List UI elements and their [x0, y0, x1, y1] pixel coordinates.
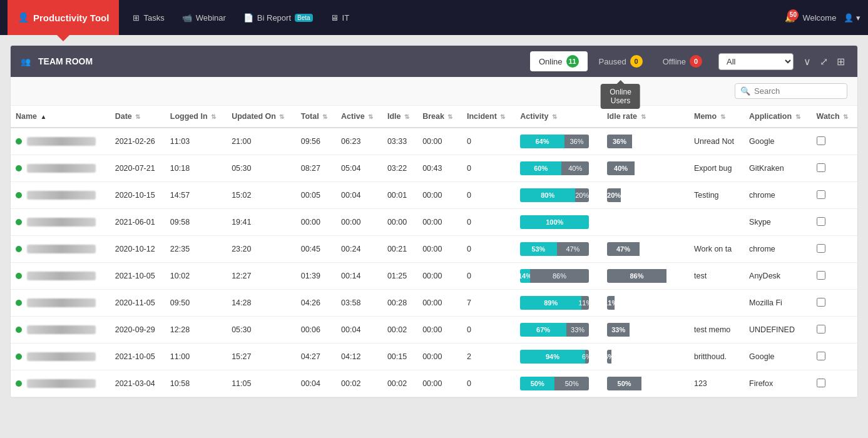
idle-rate-bar: 20%: [607, 188, 676, 202]
active-bar: 100%: [520, 215, 589, 229]
watch-cell[interactable]: [812, 290, 857, 317]
watch-checkbox[interactable]: [817, 352, 825, 360]
name-cell: [16, 191, 105, 200]
table-scroll[interactable]: Name ▲ Date ⇅ Logged In ⇅: [11, 106, 857, 397]
watch-checkbox[interactable]: [817, 136, 825, 145]
name-cell: [16, 298, 105, 307]
idle-rate-cell: 20%: [602, 182, 689, 209]
watch-checkbox[interactable]: [817, 244, 825, 253]
watch-cell[interactable]: [812, 263, 857, 290]
activity-bar: 53% 47%: [520, 242, 589, 256]
team-room-panel: 👥 TEAM ROOM Online 11 Online Users Pause…: [10, 45, 858, 398]
application-cell: Google: [744, 128, 812, 155]
col-name[interactable]: Name ▲: [11, 106, 110, 128]
grid-view-icon[interactable]: ⊞: [834, 53, 847, 70]
filter-dropdown[interactable]: All: [718, 53, 794, 70]
user-name: [27, 272, 96, 280]
team-room-header: 👥 TEAM ROOM Online 11 Online Users Pause…: [11, 46, 857, 77]
paused-count: 0: [630, 55, 643, 68]
watch-checkbox[interactable]: [817, 190, 825, 199]
table-header-row: Name ▲ Date ⇅ Logged In ⇅: [11, 106, 857, 128]
watch-checkbox[interactable]: [817, 271, 825, 280]
navbar: 👤 Productivity Tool ⊞ Tasks 📹 Webinar 📄 …: [0, 0, 868, 35]
activity-bar: 67% 33%: [520, 323, 589, 337]
watch-checkbox[interactable]: [817, 163, 825, 172]
welcome-text: Welcome: [802, 13, 836, 23]
idle-bar: 6%: [585, 350, 590, 364]
activity-cell: 89% 11%: [515, 290, 602, 317]
user-menu-icon[interactable]: 👤 ▾: [844, 13, 860, 23]
col-activity[interactable]: Activity ⇅: [515, 106, 602, 128]
tab-online[interactable]: Online 11: [530, 51, 588, 71]
watch-cell[interactable]: [812, 182, 857, 209]
search-input[interactable]: [754, 86, 842, 96]
status-dot: [16, 380, 22, 387]
idle-rate-bar: 40%: [607, 161, 676, 175]
col-logged-in[interactable]: Logged In ⇅: [165, 106, 227, 128]
table-row: 2020-10-1222:3523:2000:4500:2400:2100:00…: [11, 236, 857, 263]
user-name: [27, 352, 96, 361]
tab-offline[interactable]: Offline 0: [654, 51, 711, 71]
idle-bar: 36%: [564, 135, 590, 148]
idle-rate-cell: 11%: [602, 290, 689, 317]
watch-cell[interactable]: [812, 317, 857, 344]
status-dot: [16, 327, 22, 333]
watch-cell[interactable]: [812, 209, 857, 236]
watch-cell[interactable]: [812, 344, 857, 370]
monitor-icon: 🖥: [330, 13, 339, 23]
watch-checkbox[interactable]: [817, 379, 825, 387]
activity-cell: 80% 20%: [515, 182, 602, 209]
idle-rate-fill: 20%: [607, 188, 621, 202]
col-incident[interactable]: Incident ⇅: [462, 106, 515, 128]
watch-checkbox[interactable]: [817, 217, 825, 226]
col-watch[interactable]: Watch ⇅: [812, 106, 857, 128]
nav-bi-report[interactable]: 📄 Bi Report Beta: [235, 0, 322, 35]
table-row: 2020-10-1514:5715:0200:0500:0400:0100:00…: [11, 182, 857, 209]
nav-brand[interactable]: 👤 Productivity Tool: [8, 0, 119, 35]
col-application[interactable]: Application ⇅: [744, 106, 812, 128]
col-idle[interactable]: Idle ⇅: [382, 106, 417, 128]
idle-rate-cell: 40%: [602, 155, 689, 182]
watch-cell[interactable]: [812, 370, 857, 397]
tab-paused[interactable]: Paused 0: [590, 51, 651, 71]
notification-bell[interactable]: 🔔 50: [785, 13, 795, 23]
watch-cell[interactable]: [812, 155, 857, 182]
watch-checkbox[interactable]: [817, 325, 825, 334]
idle-rate-fill: 40%: [607, 161, 635, 175]
expand-icon[interactable]: ⤢: [817, 53, 830, 70]
nav-it[interactable]: 🖥 IT: [322, 0, 359, 35]
idle-rate-bar: 36%: [607, 135, 676, 148]
chevron-down-icon[interactable]: ∨: [801, 53, 814, 70]
watch-cell[interactable]: [812, 236, 857, 263]
idle-rate-cell: 86%: [602, 263, 689, 290]
watch-checkbox[interactable]: [817, 298, 825, 307]
idle-rate-cell: [602, 209, 689, 236]
user-name: [27, 298, 96, 307]
application-cell: chrome: [744, 236, 812, 263]
user-icon: 👤: [18, 12, 29, 23]
watch-cell[interactable]: [812, 128, 857, 155]
nav-tasks[interactable]: ⊞ Tasks: [124, 0, 173, 35]
application-cell: Firefox: [744, 370, 812, 397]
user-name: [27, 164, 96, 173]
user-name: [27, 245, 96, 253]
memo-cell: 123: [689, 370, 744, 397]
col-idle-rate[interactable]: Idle rate ⇅: [602, 106, 689, 128]
table-row: 2020-09-2912:2805:3000:0600:0400:0200:00…: [11, 317, 857, 344]
idle-bar: 86%: [530, 269, 590, 283]
col-total[interactable]: Total ⇅: [296, 106, 336, 128]
col-memo[interactable]: Memo ⇅: [689, 106, 744, 128]
idle-rate-bar: 50%: [607, 377, 676, 390]
idle-rate-fill: 86%: [607, 269, 666, 283]
col-updated-on[interactable]: Updated On ⇅: [227, 106, 296, 128]
idle-bar: 40%: [561, 161, 589, 175]
nav-webinar[interactable]: 📹 Webinar: [173, 0, 235, 35]
status-dot: [16, 273, 22, 279]
idle-bar: 50%: [554, 377, 589, 390]
col-active[interactable]: Active ⇅: [336, 106, 382, 128]
search-wrapper[interactable]: 🔍: [735, 83, 847, 99]
activity-bar: 64% 36%: [520, 135, 589, 148]
col-date[interactable]: Date ⇅: [110, 106, 165, 128]
table-row: 2020-07-2110:1805:3008:2705:0403:2200:43…: [11, 155, 857, 182]
col-break[interactable]: Break ⇅: [417, 106, 462, 128]
